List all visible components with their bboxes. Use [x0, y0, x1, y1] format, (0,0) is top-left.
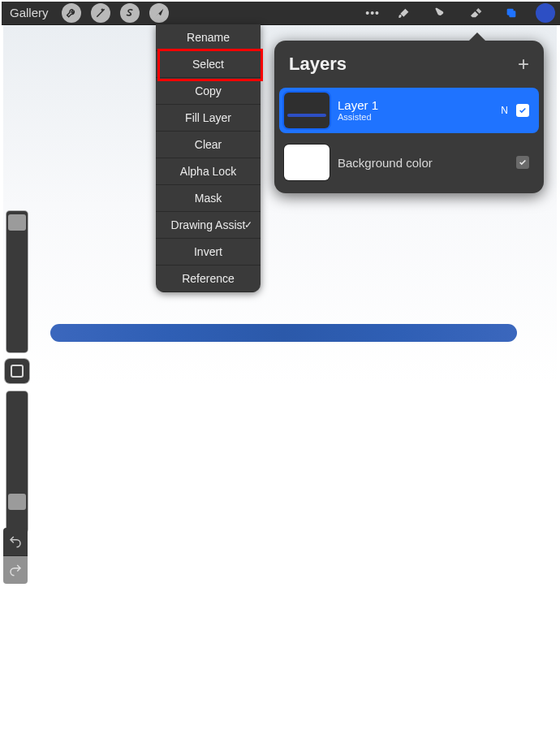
layers-panel: Layers + Layer 1 Assisted N Background c… — [274, 41, 544, 193]
layer-subtitle: Assisted — [338, 112, 501, 123]
drawn-stroke — [50, 324, 517, 342]
layer-name: Background color — [338, 156, 516, 170]
layer-row[interactable]: Layer 1 Assisted N — [279, 88, 539, 133]
menu-label: Mask — [195, 192, 222, 205]
menu-item-copy[interactable]: Copy — [156, 78, 261, 105]
layer-thumbnail[interactable] — [284, 93, 330, 128]
menu-item-invert[interactable]: Invert — [156, 239, 261, 266]
layers-icon[interactable] — [500, 2, 523, 24]
layer-visibility-checkbox[interactable] — [516, 104, 529, 117]
menu-label: Alpha Lock — [180, 165, 236, 178]
menu-label: Reference — [182, 272, 235, 285]
undo-button[interactable] — [3, 528, 28, 556]
menu-item-clear[interactable]: Clear — [156, 132, 261, 158]
menu-item-drawing-assist[interactable]: Drawing Assist✓ — [156, 212, 261, 239]
menu-item-rename[interactable]: Rename — [156, 24, 261, 51]
top-toolbar: Gallery ••• — [2, 2, 560, 25]
menu-label: Select — [192, 58, 224, 71]
eraser-tool-icon[interactable] — [464, 2, 487, 24]
more-dots-icon[interactable]: ••• — [365, 2, 380, 24]
layer-name: Layer 1 — [338, 98, 501, 112]
add-layer-button[interactable]: + — [518, 53, 529, 76]
layer-context-menu: Rename Select Copy Fill Layer Clear Alph… — [156, 24, 261, 292]
menu-item-fill-layer[interactable]: Fill Layer — [156, 105, 261, 132]
layers-panel-title: Layers — [289, 54, 518, 75]
menu-item-alpha-lock[interactable]: Alpha Lock — [156, 158, 261, 185]
brush-size-thumb[interactable] — [8, 214, 26, 231]
opacity-slider[interactable] — [6, 391, 28, 533]
redo-button[interactable] — [3, 556, 28, 584]
panel-caret-icon — [469, 32, 485, 41]
app-frame: Gallery ••• — [0, 0, 560, 747]
menu-label: Clear — [195, 138, 222, 151]
gallery-button[interactable]: Gallery — [2, 2, 57, 24]
menu-label: Invert — [194, 245, 222, 258]
check-icon: ✓ — [244, 212, 252, 238]
layer-row[interactable]: Background color — [279, 140, 539, 185]
adjustments-wand-icon[interactable] — [91, 3, 110, 23]
svg-rect-1 — [509, 11, 515, 17]
undo-redo-group — [3, 528, 31, 584]
color-swatch[interactable] — [536, 3, 555, 23]
selection-s-icon[interactable] — [120, 3, 140, 23]
modify-button[interactable] — [5, 359, 29, 383]
square-icon — [11, 365, 24, 378]
opacity-thumb[interactable] — [8, 494, 26, 510]
layer-thumbnail[interactable] — [284, 145, 330, 180]
layer-visibility-checkbox[interactable] — [516, 156, 529, 169]
menu-label: Fill Layer — [185, 111, 231, 124]
menu-label: Rename — [187, 31, 230, 44]
smudge-tool-icon[interactable] — [429, 2, 451, 24]
actions-wrench-icon[interactable] — [62, 3, 81, 23]
brush-size-slider[interactable] — [6, 211, 28, 352]
layer-blend-mode[interactable]: N — [501, 105, 508, 116]
left-tool-sidebar — [3, 211, 31, 533]
menu-item-select[interactable]: Select — [156, 51, 261, 78]
brush-tool-icon[interactable] — [393, 2, 416, 24]
menu-label: Copy — [195, 84, 222, 97]
menu-item-mask[interactable]: Mask — [156, 185, 261, 212]
menu-label: Drawing Assist — [171, 218, 246, 231]
menu-item-reference[interactable]: Reference — [156, 266, 261, 292]
transform-arrow-icon[interactable] — [149, 3, 169, 23]
